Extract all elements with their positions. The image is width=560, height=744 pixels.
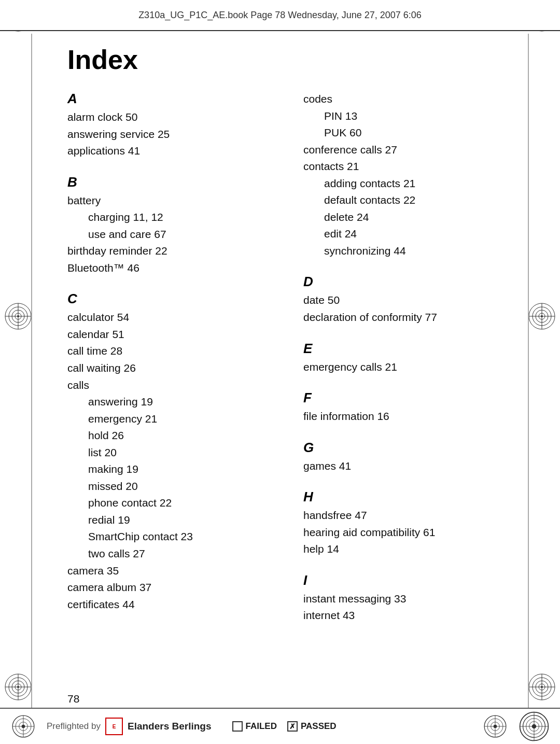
footer-reg-mark-left xyxy=(10,713,36,739)
section-letter-d: D xyxy=(303,274,519,290)
failed-check-item: FAILED xyxy=(232,721,277,732)
footer-reg-mark-right xyxy=(519,711,550,742)
entry-file-information: file information 16 xyxy=(303,408,519,425)
main-content: Index A alarm clock 50 answering service… xyxy=(67,44,519,687)
brand-name: Elanders Berlings xyxy=(128,721,212,732)
passed-label: PASSED xyxy=(301,721,337,732)
entry-calls: calls xyxy=(67,377,283,394)
right-column: codes PIN 13 PUK 60 conference calls 27 … xyxy=(303,44,519,687)
footer-checks: FAILED ✗ PASSED xyxy=(232,721,337,732)
section-b: B battery charging 11, 12 use and care 6… xyxy=(67,174,283,277)
section-letter-i: I xyxy=(303,572,519,588)
section-codes: codes PIN 13 PUK 60 conference calls 27 … xyxy=(303,91,519,259)
vline-left xyxy=(31,34,32,710)
entry-call-time: call time 28 xyxy=(67,343,283,360)
passed-checkbox: ✗ xyxy=(287,721,298,732)
reg-mark-mid-left xyxy=(3,301,34,332)
index-title: Index xyxy=(67,44,283,75)
entry-battery: battery xyxy=(67,192,283,209)
entry-calculator: calculator 54 xyxy=(67,309,283,326)
passed-check-item: ✗ PASSED xyxy=(287,721,337,732)
entry-help: help 14 xyxy=(303,541,519,558)
entry-hearing-aid: hearing aid compatibility 61 xyxy=(303,524,519,541)
entry-calls-list: list 20 xyxy=(67,444,283,461)
section-g: G games 41 xyxy=(303,440,519,475)
entry-calls-answering: answering 19 xyxy=(67,394,283,411)
entry-birthday-reminder: birthday reminder 22 xyxy=(67,243,283,260)
section-letter-h: H xyxy=(303,489,519,505)
entry-bluetooth: Bluetooth™ 46 xyxy=(67,260,283,277)
footer-brand: Preflighted by E Elanders Berlings xyxy=(47,717,212,736)
section-d: D date 50 declaration of conformity 77 xyxy=(303,274,519,326)
entry-applications: applications 41 xyxy=(67,143,283,160)
elanders-logo-icon: E xyxy=(105,717,123,736)
reg-mark-bot-left xyxy=(3,671,34,703)
header-bar: Z310a_UG_P1C_AE.book Page 78 Wednesday, … xyxy=(0,0,560,31)
entry-calls-smartchip: SmartChip contact 23 xyxy=(67,528,283,545)
section-f: F file information 16 xyxy=(303,390,519,425)
entry-emergency-calls: emergency calls 21 xyxy=(303,359,519,376)
entry-calls-phone-contact: phone contact 22 xyxy=(67,495,283,512)
svg-text:E: E xyxy=(113,724,116,729)
entry-codes-puk: PUK 60 xyxy=(303,124,519,142)
section-i: I instant messaging 33 internet 43 xyxy=(303,572,519,624)
entry-instant-messaging: instant messaging 33 xyxy=(303,591,519,608)
footer-reg-mark-center xyxy=(482,713,508,739)
entry-alarm-clock: alarm clock 50 xyxy=(67,109,283,126)
entry-contacts-default: default contacts 22 xyxy=(303,192,519,209)
entry-declaration: declaration of conformity 77 xyxy=(303,309,519,326)
entry-calls-emergency: emergency 21 xyxy=(67,411,283,428)
entry-certificates: certificates 44 xyxy=(67,596,283,613)
entry-camera: camera 35 xyxy=(67,563,283,580)
entry-date: date 50 xyxy=(303,292,519,309)
header-text: Z310a_UG_P1C_AE.book Page 78 Wednesday, … xyxy=(10,10,550,21)
entry-calls-hold: hold 26 xyxy=(67,427,283,444)
entry-handsfree: handsfree 47 xyxy=(303,507,519,524)
entry-charging: charging 11, 12 xyxy=(67,209,283,226)
section-c: C calculator 54 calendar 51 call time 28… xyxy=(67,291,283,613)
page-number: 78 xyxy=(67,693,79,705)
section-letter-f: F xyxy=(303,390,519,406)
entry-calendar: calendar 51 xyxy=(67,326,283,343)
entry-conference-calls: conference calls 27 xyxy=(303,142,519,159)
reg-mark-mid-right xyxy=(526,301,557,332)
entry-calls-making: making 19 xyxy=(67,461,283,478)
section-letter-g: G xyxy=(303,440,519,456)
entry-calls-missed: missed 20 xyxy=(67,478,283,495)
section-letter-c: C xyxy=(67,291,283,307)
section-e: E emergency calls 21 xyxy=(303,341,519,376)
entry-contacts-adding: adding contacts 21 xyxy=(303,175,519,192)
preflight-label: Preflighted by xyxy=(47,721,101,732)
section-h: H handsfree 47 hearing aid compatibility… xyxy=(303,489,519,558)
entry-call-waiting: call waiting 26 xyxy=(67,360,283,377)
entry-contacts-delete: delete 24 xyxy=(303,209,519,226)
section-a: A alarm clock 50 answering service 25 ap… xyxy=(67,91,283,160)
entry-games: games 41 xyxy=(303,458,519,475)
entry-contacts-edit: edit 24 xyxy=(303,226,519,243)
entry-calls-two: two calls 27 xyxy=(67,545,283,563)
entry-codes: codes xyxy=(303,91,519,108)
entry-codes-pin: PIN 13 xyxy=(303,108,519,125)
entry-contacts-sync: synchronizing 44 xyxy=(303,243,519,260)
section-letter-a: A xyxy=(67,91,283,107)
section-letter-b: B xyxy=(67,174,283,190)
entry-internet: internet 43 xyxy=(303,607,519,624)
failed-label: FAILED xyxy=(246,721,277,732)
entry-use-care: use and care 67 xyxy=(67,226,283,243)
reg-mark-bot-right xyxy=(526,671,557,703)
entry-contacts: contacts 21 xyxy=(303,158,519,175)
section-letter-e: E xyxy=(303,341,519,357)
entry-camera-album: camera album 37 xyxy=(67,579,283,596)
footer: Preflighted by E Elanders Berlings FAILE… xyxy=(0,708,560,744)
entry-answering-service: answering service 25 xyxy=(67,126,283,143)
entry-calls-redial: redial 19 xyxy=(67,512,283,529)
left-column: Index A alarm clock 50 answering service… xyxy=(67,44,283,687)
failed-checkbox xyxy=(232,721,243,732)
vline-right xyxy=(528,34,529,710)
